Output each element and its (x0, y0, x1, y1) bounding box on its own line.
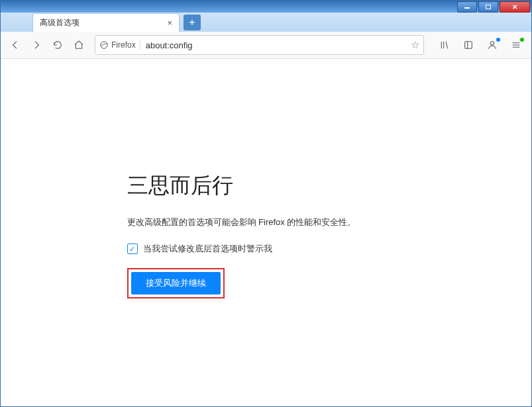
os-titlebar (1, 1, 531, 13)
accept-risk-button[interactable]: 接受风险并继续 (131, 272, 221, 294)
warning-container: 三思而后行 更改高级配置的首选项可能会影响 Firefox 的性能和安全性。 ✓… (127, 171, 405, 298)
tab-active[interactable]: 高级首选项 × (32, 13, 180, 32)
window-minimize-button[interactable] (457, 1, 477, 13)
checkbox-icon[interactable]: ✓ (127, 244, 138, 254)
forward-button[interactable] (27, 36, 46, 54)
library-button[interactable] (435, 36, 454, 54)
window-close-button[interactable] (500, 1, 530, 13)
warning-description: 更改高级配置的首选项可能会影响 Firefox 的性能和安全性。 (127, 216, 405, 228)
sidebar-button[interactable] (458, 36, 478, 54)
accept-highlight: 接受风险并继续 (127, 268, 225, 298)
home-button[interactable] (70, 36, 88, 54)
new-tab-button[interactable]: + (184, 15, 201, 30)
account-button[interactable] (482, 36, 502, 54)
tab-strip: 高级首选项 × + (1, 13, 531, 32)
url-input[interactable] (144, 40, 411, 51)
tab-close-icon[interactable]: × (167, 18, 172, 28)
nav-toolbar: Firefox ☆ (1, 32, 531, 59)
identity-label: Firefox (111, 40, 136, 50)
menu-button[interactable] (506, 36, 526, 54)
firefox-icon (99, 40, 109, 50)
checkbox-label: 当我尝试修改底层首选项时警示我 (143, 243, 272, 255)
warning-title: 三思而后行 (127, 171, 405, 201)
bookmark-star-icon[interactable]: ☆ (411, 39, 419, 51)
svg-point-0 (101, 42, 108, 49)
back-button[interactable] (6, 36, 25, 54)
url-bar[interactable]: Firefox ☆ (95, 35, 424, 55)
reload-button[interactable] (48, 36, 67, 54)
toolbar-right (435, 36, 526, 54)
tab-title: 高级首选项 (40, 17, 80, 28)
page-content: 三思而后行 更改高级配置的首选项可能会影响 Firefox 的性能和安全性。 ✓… (1, 59, 531, 406)
warning-checkbox-row[interactable]: ✓ 当我尝试修改底层首选项时警示我 (127, 243, 405, 255)
identity-box[interactable]: Firefox (99, 40, 140, 50)
browser-window: 高级首选项 × + Firefox ☆ (0, 0, 532, 407)
window-maximize-button[interactable] (478, 1, 498, 13)
svg-point-2 (490, 42, 494, 45)
svg-rect-1 (465, 42, 472, 49)
